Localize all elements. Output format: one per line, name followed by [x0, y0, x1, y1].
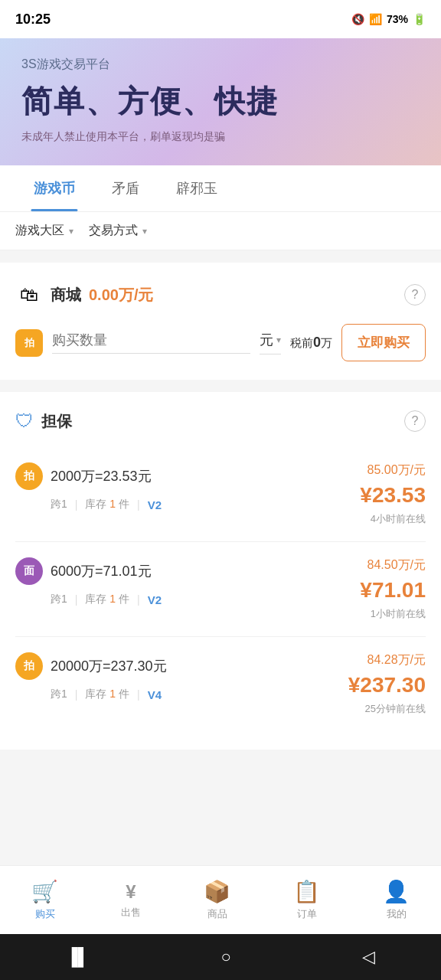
- profile-icon: 👤: [383, 879, 410, 904]
- battery-icon: 🔋: [413, 13, 426, 25]
- listing-meta-1: 跨1 | 库存 1 件 | V2: [51, 498, 303, 511]
- escrow-left: 🛡 担保: [15, 410, 72, 432]
- game-region-label: 游戏大区: [15, 223, 64, 239]
- back-button[interactable]: ◁: [362, 947, 375, 967]
- listing-name-2: 6000万=71.01元: [51, 562, 152, 580]
- listing-title-3: 拍 20000万=237.30元: [15, 652, 303, 680]
- seller-badge-3: 拍: [15, 652, 43, 680]
- listing-right-3: 84.28万/元 ¥237.30 25分钟前在线: [303, 652, 426, 716]
- battery-label: 73%: [387, 13, 408, 25]
- total-price-1: ¥23.53: [303, 483, 426, 508]
- currency-chevron-icon: ▾: [276, 335, 281, 345]
- banner-title: 简单、方便、快捷: [21, 80, 420, 122]
- bottom-nav: 🛒 购买 ¥ 出售 📦 商品 📋 订单 👤 我的: [0, 865, 441, 934]
- escrow-section: 🛡 担保 ? 拍 2000万=23.53元 跨1 | 库存 1 件 |: [0, 392, 441, 750]
- nav-product[interactable]: 📦 商品: [188, 873, 246, 927]
- status-time: 10:25: [15, 11, 51, 28]
- game-region-filter[interactable]: 游戏大区 ▾: [15, 223, 74, 239]
- chevron-down-icon-2: ▾: [142, 226, 147, 237]
- mall-left: 🛍 商城 0.00万/元: [15, 281, 153, 309]
- chevron-down-icon: ▾: [69, 226, 74, 237]
- listing-left-3: 拍 20000万=237.30元 跨1 | 库存 1 件 | V4: [15, 652, 303, 701]
- mall-price: 0.00万/元: [89, 285, 153, 305]
- shield-icon: 🛡: [15, 410, 34, 432]
- nav-profile[interactable]: 👤 我的: [368, 873, 425, 927]
- wifi-icon: 📶: [369, 13, 382, 25]
- version-1: V2: [148, 498, 162, 511]
- currency-select[interactable]: 元 ▾: [260, 331, 281, 354]
- nav-profile-label: 我的: [387, 907, 407, 921]
- section-gap-1: [0, 250, 441, 263]
- online-time-1: 4小时前在线: [303, 512, 426, 526]
- banner: 3S游戏交易平台 简单、方便、快捷 未成年人禁止使用本平台，刷单返现均是骗: [0, 38, 441, 165]
- nav-buy-label: 购买: [35, 907, 55, 921]
- status-bar: 10:25 🔇 📶 🔇 📶 73% 73% 🔋: [0, 0, 441, 38]
- trade-method-filter[interactable]: 交易方式 ▾: [89, 223, 147, 239]
- region-2: 跨1: [51, 593, 67, 606]
- listing-item-3[interactable]: 拍 20000万=237.30元 跨1 | 库存 1 件 | V4 84.28万…: [15, 637, 426, 731]
- order-icon: 📋: [293, 879, 320, 904]
- total-price-2: ¥71.01: [303, 578, 426, 603]
- purchase-row: 拍 元 ▾ 税前0万 立即购买: [15, 324, 426, 361]
- banner-notice: 未成年人禁止使用本平台，刷单返现均是骗: [21, 130, 420, 144]
- trade-method-label: 交易方式: [89, 223, 138, 239]
- listing-left-2: 面 6000万=71.01元 跨1 | 库存 1 件 | V2: [15, 557, 303, 606]
- pre-tax-display: 税前0万: [290, 335, 332, 351]
- escrow-header: 🛡 担保 ?: [15, 410, 426, 432]
- mall-icon: 🛍: [15, 281, 43, 309]
- quantity-input[interactable]: [52, 332, 250, 348]
- mall-help-icon[interactable]: ?: [404, 284, 426, 305]
- tabs: 游戏币 矛盾 辟邪玉: [15, 165, 426, 211]
- listing-meta-2: 跨1 | 库存 1 件 | V2: [51, 593, 303, 606]
- listing-name-3: 20000万=237.30元: [51, 657, 167, 675]
- currency-label: 元: [260, 331, 273, 349]
- tab-pixieyu[interactable]: 辟邪玉: [158, 165, 236, 211]
- unit-price-2: 84.50万/元: [303, 557, 426, 573]
- buy-now-button[interactable]: 立即购买: [341, 324, 426, 361]
- nav-sell[interactable]: ¥ 出售: [106, 875, 156, 926]
- region-3: 跨1: [51, 688, 67, 701]
- total-price-3: ¥237.30: [303, 673, 426, 697]
- unit-price-3: 84.28万/元: [303, 652, 426, 668]
- recent-button[interactable]: ▐▌: [66, 947, 90, 967]
- listing-right-2: 84.50万/元 ¥71.01 1小时前在线: [303, 557, 426, 621]
- quantity-input-wrap: [52, 332, 250, 354]
- nav-order-label: 订单: [297, 907, 317, 921]
- tab-youxibi[interactable]: 游戏币: [15, 165, 93, 211]
- stock-label-2: 库存 1 件: [85, 593, 129, 606]
- listing-name-1: 2000万=23.53元: [51, 467, 152, 485]
- online-time-2: 1小时前在线: [303, 607, 426, 621]
- unit-price-1: 85.00万/元: [303, 462, 426, 479]
- mall-label: 商城: [51, 285, 81, 305]
- escrow-help-icon[interactable]: ?: [404, 410, 426, 432]
- system-bar: ▐▌ ○ ◁: [0, 934, 441, 980]
- home-button[interactable]: ○: [220, 947, 230, 967]
- nav-sell-label: 出售: [121, 906, 141, 920]
- listing-item-2[interactable]: 面 6000万=71.01元 跨1 | 库存 1 件 | V2 84.50万/元…: [15, 542, 426, 637]
- listing-item[interactable]: 拍 2000万=23.53元 跨1 | 库存 1 件 | V2 85.00万/元…: [15, 447, 426, 542]
- mall-section: 🛍 商城 0.00万/元 ? 拍 元 ▾ 税前0万 立即购买: [0, 263, 441, 380]
- mute-icon: 🔇: [351, 13, 364, 25]
- listing-title: 拍 2000万=23.53元: [15, 462, 303, 490]
- tabs-container: 游戏币 矛盾 辟邪玉: [0, 165, 441, 212]
- tab-maodun[interactable]: 矛盾: [93, 165, 158, 211]
- nav-order[interactable]: 📋 订单: [278, 873, 335, 927]
- nav-product-label: 商品: [207, 907, 227, 921]
- buy-icon: 🛒: [31, 879, 58, 904]
- escrow-label: 担保: [41, 411, 72, 432]
- nav-buy[interactable]: 🛒 购买: [16, 873, 74, 927]
- section-gap-2: [0, 380, 441, 392]
- online-time-3: 25分钟前在线: [303, 702, 426, 716]
- region-1: 跨1: [51, 498, 67, 511]
- listing-right-1: 85.00万/元 ¥23.53 4小时前在线: [303, 462, 426, 526]
- version-2: V2: [148, 593, 162, 606]
- listing-meta-3: 跨1 | 库存 1 件 | V4: [51, 688, 303, 701]
- listing-left: 拍 2000万=23.53元 跨1 | 库存 1 件 | V2: [15, 462, 303, 511]
- seller-badge-1: 拍: [15, 462, 43, 490]
- status-icons: 🔇 📶 🔇 📶 73% 73% 🔋: [351, 13, 426, 25]
- listing-title-2: 面 6000万=71.01元: [15, 557, 303, 585]
- purchase-badge: 拍: [15, 329, 43, 357]
- product-icon: 📦: [204, 879, 230, 904]
- mall-header: 🛍 商城 0.00万/元 ?: [15, 281, 426, 309]
- stock-label-1: 库存 1 件: [85, 498, 129, 511]
